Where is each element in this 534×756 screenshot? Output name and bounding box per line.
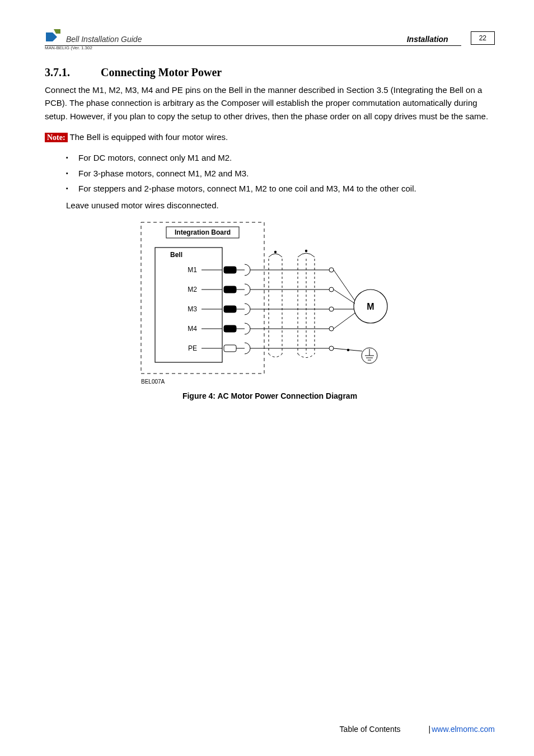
section-heading: 3.7.1.Connecting Motor Power	[45, 66, 495, 79]
svg-point-33	[329, 307, 334, 311]
svg-point-21	[305, 250, 307, 252]
pin-label: PE	[188, 344, 197, 352]
svg-point-18	[274, 251, 277, 253]
svg-point-27	[329, 268, 334, 272]
device-label: Bell	[170, 251, 182, 259]
list-item: For DC motors, connect only M1 and M2.	[66, 151, 495, 164]
note-text: The Bell is equipped with four motor wir…	[68, 132, 228, 142]
pin-label: M2	[188, 286, 197, 293]
motor-label: M	[367, 302, 374, 311]
diagram-ref: BEL007A	[141, 379, 165, 385]
note-label: Note:	[45, 133, 68, 142]
svg-point-30	[329, 287, 334, 292]
motor-connection-diagram: Integration Board Bell M1M2M3M4PE	[135, 217, 404, 387]
section-label: Installation	[407, 35, 448, 44]
section-title: Connecting Motor Power	[101, 66, 222, 78]
svg-line-28	[334, 270, 355, 301]
svg-rect-4	[224, 267, 236, 273]
doc-id: MAN-BELIG (Ver. 1.302	[45, 45, 495, 50]
svg-rect-10	[224, 306, 236, 312]
guide-title: Bell Installation Guide	[66, 35, 142, 44]
svg-line-37	[334, 313, 355, 329]
svg-rect-16	[224, 345, 236, 352]
section-number: 3.7.1.	[45, 66, 101, 79]
page-number: 22	[471, 31, 495, 45]
pin-label: M3	[188, 305, 197, 313]
svg-point-36	[329, 326, 334, 331]
svg-point-39	[329, 346, 334, 351]
svg-rect-13	[224, 325, 236, 332]
svg-rect-0	[141, 222, 264, 374]
bullet-list: For DC motors, connect only M1 and M2. F…	[66, 151, 495, 195]
page-footer: Table of Contents |www.elmomc.com	[0, 725, 495, 734]
website-link[interactable]: www.elmomc.com	[432, 725, 495, 734]
logo-icon	[45, 28, 62, 44]
svg-point-41	[347, 349, 349, 351]
after-list-text: Leave unused motor wires disconnected.	[66, 200, 495, 210]
list-item: For 3-phase motors, connect M1, M2 and M…	[66, 167, 495, 180]
page-header: Bell Installation Guide Installation 22	[45, 28, 495, 44]
note-line: Note: The Bell is equipped with four mot…	[45, 130, 495, 144]
svg-rect-7	[224, 286, 236, 293]
figure-caption: Figure 4: AC Motor Power Connection Diag…	[45, 391, 495, 400]
pin-label: M1	[188, 266, 197, 274]
intro-paragraph: Connect the M1, M2, M3, M4 and PE pins o…	[45, 83, 495, 123]
pin-label: M4	[188, 325, 197, 333]
list-item: For steppers and 2-phase motors, connect…	[66, 182, 495, 195]
toc-link[interactable]: Table of Contents	[340, 725, 401, 734]
board-label: Integration Board	[175, 228, 231, 236]
